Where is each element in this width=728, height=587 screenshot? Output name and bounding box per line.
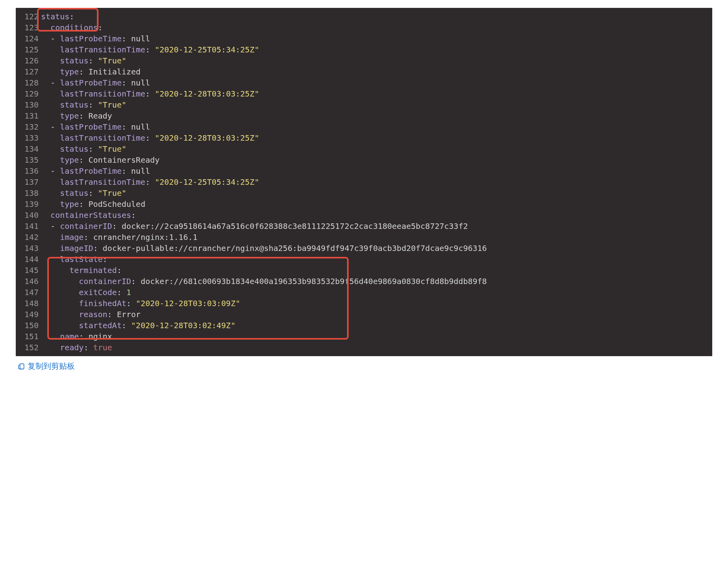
token-colon: :: [93, 243, 102, 253]
code-line: 146 containerID: docker://681c00693b1834…: [16, 276, 712, 287]
line-number: 138: [19, 188, 39, 199]
line-number: 147: [19, 287, 39, 298]
clipboard-icon: [17, 362, 25, 370]
token-sp: [41, 299, 79, 308]
code-line: 128 - lastProbeTime: null: [16, 77, 712, 88]
code-line: 142 image: cnrancher/nginx:1.16.1: [16, 232, 712, 243]
line-number: 139: [19, 199, 39, 210]
token-val-plain: PodScheduled: [88, 199, 145, 209]
token-sp: [41, 122, 50, 132]
token-sp: [41, 288, 79, 297]
token-key: imageID: [60, 243, 93, 253]
token-colon: :: [145, 89, 155, 98]
token-colon: :: [122, 166, 131, 176]
code-line: 145 terminated:: [16, 265, 712, 276]
token-sp: [41, 155, 60, 165]
token-key: containerID: [79, 277, 131, 286]
token-sp: [41, 277, 79, 286]
token-sp: [41, 78, 50, 87]
token-key: containerID: [60, 221, 112, 231]
line-number: 123: [19, 22, 39, 33]
line-number: 131: [19, 110, 39, 121]
token-val-plain: docker://681c00693b1834e400a196353b98353…: [141, 277, 487, 286]
token-val-plain: docker://2ca9518614a67a516c0f628388c3e81…: [122, 221, 468, 231]
line-number: 127: [19, 66, 39, 77]
token-sp: [41, 188, 60, 198]
token-str: "True": [98, 188, 126, 198]
line-number: 148: [19, 298, 39, 309]
code-line: 143 imageID: docker-pullable://cnrancher…: [16, 243, 712, 254]
token-val-plain: docker-pullable://cnrancher/nginx@sha256…: [103, 243, 487, 253]
line-number: 128: [19, 77, 39, 88]
token-key: status: [41, 12, 69, 21]
token-key: lastTransitionTime: [60, 45, 145, 54]
token-key: terminated: [69, 266, 117, 275]
line-number: 144: [19, 254, 39, 265]
token-key: status: [60, 100, 88, 110]
token-sp: [41, 243, 60, 253]
token-sp: [41, 111, 60, 121]
code-line: 133 lastTransitionTime: "2020-12-28T03:0…: [16, 132, 712, 143]
code-line: 135 type: ContainersReady: [16, 154, 712, 165]
token-val-plain: Error: [117, 310, 141, 319]
line-number: 136: [19, 165, 39, 176]
token-num: 1: [126, 288, 131, 297]
token-str: "2020-12-28T03:02:49Z": [131, 321, 236, 330]
line-number: 129: [19, 88, 39, 99]
token-sp: [41, 89, 60, 98]
code-line: 150 startedAt: "2020-12-28T03:02:49Z": [16, 320, 712, 331]
line-number: 135: [19, 154, 39, 165]
token-sp: [41, 100, 60, 110]
copy-to-clipboard-button[interactable]: 复制到剪贴板: [17, 361, 75, 372]
token-str: "True": [98, 100, 126, 110]
line-number: 146: [19, 276, 39, 287]
token-sp: [41, 221, 50, 231]
token-str: "True": [98, 144, 126, 154]
line-number: 133: [19, 132, 39, 143]
yaml-code-block: 122status:123 conditions:124 - lastProbe…: [16, 8, 712, 356]
code-line: 129 lastTransitionTime: "2020-12-28T03:0…: [16, 88, 712, 99]
token-sp: [41, 144, 60, 154]
token-key: exitCode: [79, 288, 117, 297]
token-str: "True": [98, 56, 126, 65]
line-number: 142: [19, 232, 39, 243]
code-line: 141 - containerID: docker://2ca9518614a6…: [16, 221, 712, 232]
token-colon: :: [84, 232, 93, 242]
token-colon: :: [69, 12, 74, 21]
line-number: 151: [19, 331, 39, 342]
code-line: 138 status: "True": [16, 188, 712, 199]
token-val-plain: nginx: [88, 332, 112, 341]
token-colon: :: [131, 210, 136, 220]
token-str: "2020-12-25T05:34:25Z": [155, 45, 259, 54]
token-dash: -: [50, 221, 60, 231]
code-line: 127 type: Initialized: [16, 66, 712, 77]
token-sp: [41, 321, 79, 330]
token-dash: -: [50, 78, 60, 87]
svg-rect-0: [20, 364, 24, 369]
token-colon: :: [88, 188, 98, 198]
token-colon: :: [131, 277, 141, 286]
token-sp: [41, 199, 60, 209]
code-line: 139 type: PodScheduled: [16, 199, 712, 210]
line-number: 141: [19, 221, 39, 232]
token-sp: [41, 332, 60, 341]
line-number: 145: [19, 265, 39, 276]
line-number: 130: [19, 99, 39, 110]
token-key: lastProbeTime: [60, 166, 122, 176]
line-number: 125: [19, 44, 39, 55]
token-key: image: [60, 232, 84, 242]
token-val-plain: null: [131, 122, 150, 132]
code-line: 130 status: "True": [16, 99, 712, 110]
token-sp: [41, 34, 50, 43]
token-colon: :: [122, 78, 131, 87]
line-number: 143: [19, 243, 39, 254]
token-colon: :: [84, 343, 93, 352]
token-colon: :: [88, 100, 98, 110]
token-dash: -: [50, 122, 60, 132]
token-key: lastTransitionTime: [60, 133, 145, 143]
token-colon: :: [79, 332, 88, 341]
code-line: 131 type: Ready: [16, 110, 712, 121]
code-line: 132 - lastProbeTime: null: [16, 121, 712, 132]
token-val-plain: ContainersReady: [88, 155, 160, 165]
token-dash: -: [50, 166, 60, 176]
